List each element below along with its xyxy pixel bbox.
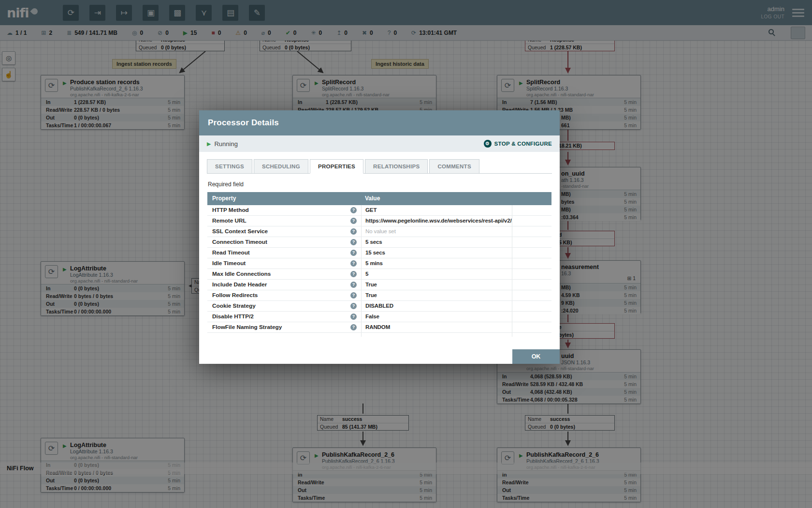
running-icon: ▶ [207,141,211,147]
help-icon[interactable]: ? [350,314,357,320]
help-icon[interactable]: ? [350,218,357,224]
help-icon[interactable]: ? [350,207,357,213]
property-name: Disable HTTP/2? [207,312,361,322]
property-value: https://www.pegelonline.wsv.de/webservic… [361,216,512,226]
help-icon[interactable]: ? [350,250,357,256]
dialog-header: Processor Details [199,110,560,135]
property-row: Max Idle Connections? 5 [207,269,551,280]
property-row: Include Date Header? True [207,280,551,290]
properties-rows: HTTP Method? GET Remote URL? https://www… [207,205,551,337]
processor-details-dialog: Processor Details ▶ Running ⚙ STOP & CON… [199,110,560,364]
dialog-title: Processor Details [208,118,279,128]
property-row: FlowFile Naming Strategy? RANDOM [207,322,551,333]
help-icon[interactable]: ? [350,282,357,288]
run-state: ▶ Running [207,140,238,148]
help-icon[interactable]: ? [350,239,357,245]
property-value: GET [361,205,512,215]
property-name: SSL Context Service? [207,226,361,237]
property-name: Max Idle Connections? [207,269,361,279]
help-icon[interactable]: ? [350,303,357,309]
property-value: 15 secs [361,248,512,258]
property-value: No value set [361,226,512,237]
tab-properties[interactable]: PROPERTIES [310,159,363,174]
property-name: Connection Timeout? [207,237,361,247]
property-value: 5 [361,269,512,279]
property-row: Read Timeout? 15 secs [207,248,551,258]
property-row: Follow Redirects? True [207,290,551,301]
dialog-status-bar: ▶ Running ⚙ STOP & CONFIGURE [199,135,560,152]
property-name: HTTP Method? [207,205,361,215]
property-row: Idle Timeout? 5 mins [207,258,551,269]
required-field-note: Required field [208,181,551,188]
tab-scheduling[interactable]: SCHEDULING [254,159,308,174]
stop-configure-icon: ⚙ [484,140,492,148]
nifi-app: ⟳ ▶ Produce station records PublishKafka… [0,0,812,508]
help-icon[interactable]: ? [350,271,357,277]
property-row: SSL Context Service? No value set [207,226,551,237]
stop-and-configure-button[interactable]: ⚙ STOP & CONFIGURE [484,140,552,148]
property-name: Remote URL? [207,216,361,226]
property-name: Include Date Header? [207,280,361,290]
tab-comments[interactable]: COMMENTS [429,159,479,174]
property-name: FlowFile Naming Strategy? [207,322,361,332]
property-row-clipped [207,333,551,337]
property-name: Follow Redirects? [207,290,361,300]
property-row: Cookie Strategy? DISABLED [207,301,551,312]
properties-table-header: Property Value [207,192,551,205]
ok-button[interactable]: OK [512,349,560,364]
property-name: Idle Timeout? [207,258,361,269]
tab-settings[interactable]: SETTINGS [207,159,252,174]
property-row: Remote URL? https://www.pegelonline.wsv.… [207,216,551,226]
property-column-header: Property [207,192,361,205]
help-icon[interactable]: ? [350,260,357,267]
help-icon[interactable]: ? [350,228,357,235]
tab-relationships[interactable]: RELATIONSHIPS [365,159,428,174]
property-value: 5 mins [361,258,512,269]
property-value: 5 secs [361,237,512,247]
help-icon[interactable]: ? [350,292,357,299]
property-row: Disable HTTP/2? False [207,312,551,322]
run-state-label: Running [214,140,237,148]
property-value: False [361,312,512,322]
property-name: Read Timeout? [207,248,361,258]
property-value: True [361,290,512,300]
property-row: HTTP Method? GET [207,205,551,216]
property-name: Cookie Strategy? [207,301,361,311]
properties-table: Property Value HTTP Method? GET Remote U… [207,192,551,337]
property-row: Connection Timeout? 5 secs [207,237,551,248]
help-icon[interactable]: ? [350,324,357,330]
value-column-header: Value [361,192,380,205]
property-value: DISABLED [361,301,512,311]
dialog-tabs: SETTINGS SCHEDULING PROPERTIES RELATIONS… [207,159,552,174]
property-value: RANDOM [361,322,512,332]
property-value: True [361,280,512,290]
